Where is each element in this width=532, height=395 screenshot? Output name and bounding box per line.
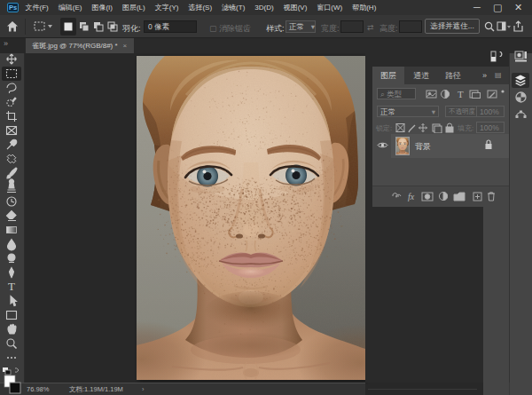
svg-text:T: T <box>458 89 464 99</box>
svg-text:T: T <box>8 280 15 293</box>
svg-text:fx: fx <box>408 192 415 201</box>
